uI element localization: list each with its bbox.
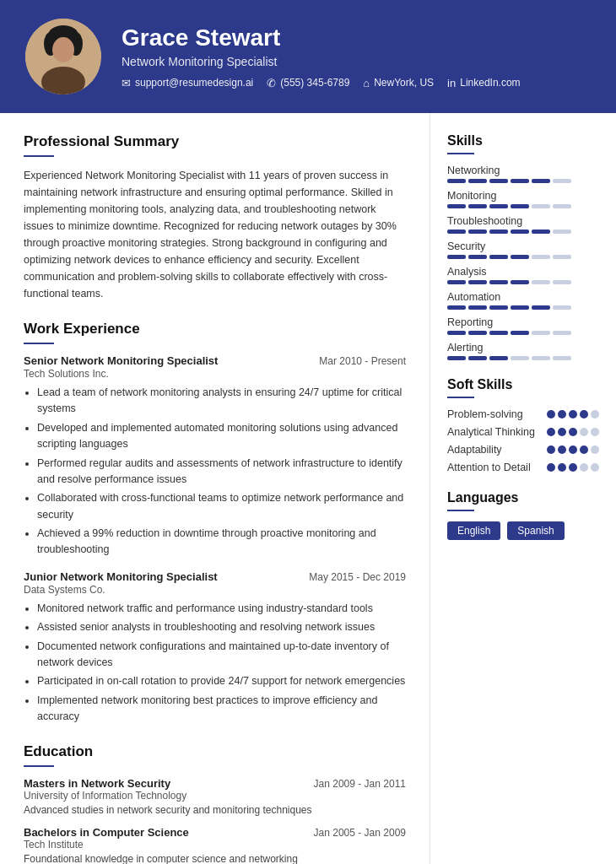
- skill-seg: [468, 356, 487, 360]
- dot: [558, 428, 566, 436]
- svg-point-6: [52, 37, 74, 62]
- email-icon: ✉: [122, 77, 131, 89]
- job-title-2: Junior Network Monitoring Specialist: [24, 570, 218, 583]
- job-bullets-2: Monitored network traffic and performanc…: [24, 601, 406, 726]
- skill-security: Security: [447, 240, 599, 259]
- skill-seg: [468, 331, 487, 335]
- skill-seg: [511, 305, 529, 310]
- body: Professional Summary Experienced Network…: [0, 113, 616, 864]
- skill-seg: [447, 255, 466, 259]
- summary-text: Experienced Network Monitoring Specialis…: [24, 167, 406, 302]
- skill-name: Reporting: [447, 316, 599, 328]
- skill-bar: [447, 255, 599, 259]
- skill-name: Alerting: [447, 342, 599, 354]
- skill-seg: [553, 255, 571, 259]
- edu-date-2: Jan 2005 - Jan 2009: [314, 827, 406, 839]
- skill-name: Networking: [447, 165, 599, 176]
- skill-seg: [489, 230, 508, 234]
- soft-skill-analytical: Analytical Thinking: [447, 426, 599, 438]
- education-title: Education: [24, 743, 406, 760]
- job-block-2: Junior Network Monitoring Specialist May…: [24, 570, 406, 726]
- skill-seg: [553, 356, 571, 360]
- header: Grace Stewart Network Monitoring Special…: [0, 0, 616, 113]
- resume-page: Grace Stewart Network Monitoring Special…: [0, 0, 616, 864]
- skill-bar: [447, 230, 599, 234]
- email-text: support@resumedesign.ai: [135, 77, 253, 89]
- soft-skill-name: Analytical Thinking: [447, 426, 547, 438]
- skill-reporting: Reporting: [447, 316, 599, 335]
- skill-seg: [511, 255, 529, 259]
- skill-seg: [532, 280, 550, 284]
- dot: [569, 463, 577, 472]
- skill-seg: [511, 204, 529, 208]
- skill-seg: [532, 331, 550, 335]
- skills-divider: [447, 153, 474, 154]
- edu-block-1: Masters in Network Security Jan 2009 - J…: [24, 777, 406, 816]
- skill-seg: [489, 280, 508, 284]
- dot: [569, 428, 577, 436]
- skill-seg: [553, 305, 571, 310]
- skill-seg: [489, 204, 508, 208]
- skill-troubleshooting: Troubleshooting: [447, 215, 599, 234]
- skill-seg: [468, 204, 487, 208]
- skill-bar: [447, 305, 599, 310]
- skill-automation: Automation: [447, 291, 599, 310]
- list-item: Achieved a 99% reduction in downtime thr…: [37, 526, 406, 559]
- skill-name: Automation: [447, 291, 599, 303]
- job-company-1: Tech Solutions Inc.: [24, 368, 406, 380]
- skill-seg: [532, 230, 550, 234]
- dots: [547, 410, 599, 418]
- languages-section: Languages English Spanish: [447, 490, 599, 540]
- lang-english: English: [447, 521, 500, 540]
- skill-name: Troubleshooting: [447, 215, 599, 227]
- linkedin-text: LinkedIn.com: [460, 77, 520, 89]
- summary-divider: [24, 155, 54, 157]
- edu-degree-1: Masters in Network Security: [24, 777, 170, 790]
- header-title: Network Monitoring Specialist: [122, 55, 521, 68]
- skill-seg: [553, 280, 571, 284]
- header-info: Grace Stewart Network Monitoring Special…: [122, 24, 521, 89]
- dot: [591, 446, 599, 454]
- skill-seg: [511, 179, 529, 183]
- soft-skills-title: Soft Skills: [447, 377, 599, 392]
- phone-icon: ✆: [267, 77, 276, 89]
- skill-seg: [553, 204, 571, 208]
- summary-title: Professional Summary: [24, 133, 406, 150]
- edu-school-1: University of Information Technology: [24, 790, 406, 802]
- job-company-2: Data Systems Co.: [24, 584, 406, 596]
- skill-seg: [489, 356, 508, 360]
- job-date-1: Mar 2010 - Present: [319, 355, 406, 367]
- skill-seg: [447, 179, 466, 183]
- dots: [547, 446, 599, 454]
- soft-skill-adaptability: Adaptability: [447, 444, 599, 456]
- skill-monitoring: Monitoring: [447, 190, 599, 208]
- skill-seg: [447, 230, 466, 234]
- right-column: Skills Networking Monitoring: [430, 113, 616, 864]
- skill-seg: [553, 230, 571, 234]
- list-item: Collaborated with cross-functional teams…: [37, 490, 406, 523]
- skill-seg: [447, 305, 466, 310]
- dot: [547, 463, 555, 472]
- skill-seg: [511, 230, 529, 234]
- skill-bar: [447, 280, 599, 284]
- list-item: Lead a team of network monitoring analys…: [37, 385, 406, 418]
- skill-seg: [553, 179, 571, 183]
- dot: [580, 410, 588, 418]
- job-header-2: Junior Network Monitoring Specialist May…: [24, 570, 406, 583]
- soft-skill-problem-solving: Problem-solving: [447, 408, 599, 420]
- list-item: Implemented network monitoring best prac…: [37, 693, 406, 726]
- list-item: Developed and implemented automated moni…: [37, 420, 406, 453]
- edu-desc-1: Advanced studies in network security and…: [24, 804, 406, 816]
- job-bullets-1: Lead a team of network monitoring analys…: [24, 385, 406, 559]
- skill-bar: [447, 179, 599, 183]
- edu-degree-2: Bachelors in Computer Science: [24, 826, 189, 839]
- dot: [580, 428, 588, 436]
- dot: [558, 410, 566, 418]
- edu-header-1: Masters in Network Security Jan 2009 - J…: [24, 777, 406, 790]
- dot: [569, 446, 577, 454]
- header-name: Grace Stewart: [122, 24, 521, 51]
- skill-seg: [447, 356, 466, 360]
- soft-skill-name: Attention to Detail: [447, 462, 547, 473]
- edu-date-1: Jan 2009 - Jan 2011: [314, 778, 406, 790]
- soft-skills-section: Soft Skills Problem-solving Analytical T…: [447, 377, 599, 473]
